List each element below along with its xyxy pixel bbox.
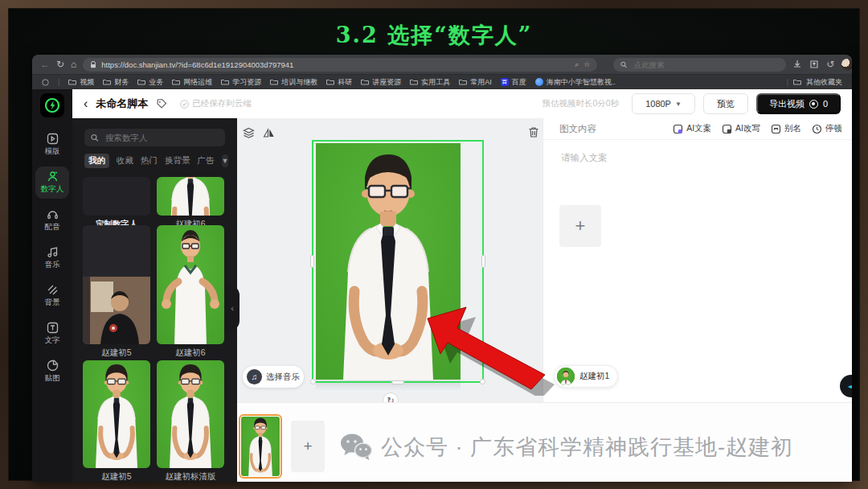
digital-human-thumb[interactable] — [157, 360, 224, 468]
bookmark-item[interactable]: 常用AI — [459, 77, 492, 88]
text-icon — [47, 322, 59, 334]
speaker-chip[interactable]: 赵建初1 — [554, 365, 618, 388]
bookmark-item[interactable]: 培训与继教 — [270, 77, 317, 88]
bookmark-item[interactable]: 视频 — [68, 77, 94, 88]
url-bar[interactable]: https://doc.shanjian.tv/?id=68c6d1e19129… — [83, 58, 597, 72]
browser-controls: ↺ ⋯ — [792, 59, 852, 70]
tab-ads[interactable]: 广告 — [198, 155, 215, 166]
tag-icon[interactable] — [156, 98, 167, 109]
search-icon — [620, 61, 627, 68]
save-status: 已经保存到云端 — [180, 98, 252, 109]
ai-rewrite-button[interactable]: AI改写 — [722, 123, 760, 134]
panel-collapse-handle[interactable]: ‹ — [225, 286, 240, 331]
folder-icon — [172, 79, 180, 85]
apps-icon[interactable] — [42, 79, 49, 86]
search-icon — [91, 134, 99, 142]
digital-human-thumb[interactable] — [83, 360, 150, 468]
folder-icon — [270, 79, 278, 85]
bookmark-item[interactable]: 学习资源 — [221, 77, 261, 88]
tab-mine[interactable]: 我的 — [84, 154, 109, 168]
flip-icon[interactable] — [261, 125, 276, 140]
alias-button[interactable]: 别名 — [771, 123, 801, 134]
digital-human-thumb[interactable] — [157, 225, 224, 344]
home-icon[interactable]: ⌂ — [71, 60, 76, 69]
app-logo[interactable] — [40, 93, 64, 117]
browser-address-bar: ← ↻ ⌂ https://doc.shanjian.tv/?id=68c6d1… — [32, 55, 852, 74]
check-circle-icon — [180, 100, 189, 109]
back-icon[interactable]: ← — [40, 60, 50, 69]
sidebar-item-sticker[interactable]: 贴图 — [35, 355, 69, 388]
bookmark-item[interactable]: 讲座资源 — [361, 77, 401, 88]
profile-avatar[interactable] — [841, 59, 852, 70]
history-icon[interactable]: ↺ — [826, 60, 834, 69]
library-search[interactable] — [84, 129, 225, 146]
bookmark-item[interactable]: 实用工具 — [410, 77, 450, 88]
share-icon[interactable] — [809, 60, 819, 69]
script-text-input[interactable] — [559, 150, 825, 199]
library-item-custom[interactable]: 定制数字人 — [83, 177, 150, 230]
lightning-logo-icon — [45, 98, 59, 113]
bookmark-star-icon[interactable]: ☆ — [583, 60, 590, 68]
digital-human-thumb[interactable] — [157, 177, 224, 216]
tabs-expand-button[interactable]: ▼ — [222, 154, 229, 167]
timeline-scene-selected[interactable] — [239, 414, 282, 479]
library-item[interactable]: 赵建初6 — [157, 177, 224, 230]
ai-copy-button[interactable]: AI文案 — [673, 123, 711, 134]
sidebar-item-music[interactable]: 音乐 — [35, 242, 69, 274]
back-chevron-icon[interactable]: ‹ — [84, 97, 88, 111]
layers-icon[interactable] — [241, 125, 256, 140]
pause-button[interactable]: 停顿 — [812, 123, 842, 134]
editor-canvas[interactable]: ♫ 选择音乐 ↻ — [237, 118, 542, 402]
voiceover-icon — [47, 208, 59, 220]
library-item[interactable]: 赵建初5 — [83, 225, 150, 359]
folder-icon — [103, 79, 111, 85]
resize-handle-right[interactable] — [481, 255, 485, 268]
sidebar-item-voiceover[interactable]: 配音 — [35, 204, 69, 236]
choose-music-button[interactable]: ♫ 选择音乐 — [243, 366, 304, 388]
resize-handle-bottom-left[interactable] — [310, 379, 316, 384]
resize-handle-bottom-right[interactable] — [480, 379, 485, 384]
bookmark-item[interactable]: 业务 — [137, 77, 163, 88]
delete-icon[interactable] — [526, 125, 541, 139]
refresh-icon[interactable]: ↻ — [56, 60, 64, 69]
library-search-input[interactable] — [104, 132, 219, 143]
library-item[interactable]: 赵建初标清版 — [157, 360, 224, 482]
floating-helper-button[interactable]: ◂▸ — [840, 375, 852, 397]
preview-button[interactable]: 预览 — [703, 93, 748, 114]
tab-hot[interactable]: 热门 — [141, 155, 158, 166]
resolution-dropdown[interactable]: 1080P▼ — [632, 93, 695, 114]
digital-human-thumb[interactable] — [83, 225, 150, 344]
bookmark-item[interactable]: 科研 — [326, 77, 352, 88]
sidebar-item-template[interactable]: 模版 — [35, 129, 69, 161]
selection-box[interactable] — [312, 140, 484, 383]
sidebar-item-text[interactable]: 文字 — [35, 318, 69, 350]
library-item[interactable]: 赵建初6 — [157, 225, 224, 359]
add-scene-button[interactable]: + — [559, 205, 601, 247]
add-timeline-scene-button[interactable]: + — [291, 421, 325, 472]
bookmark-item-baidu[interactable]: 百百度 — [501, 77, 526, 88]
resize-handle-left[interactable] — [310, 255, 314, 268]
coin-icon — [809, 100, 818, 109]
export-button[interactable]: 导出视频0 — [756, 93, 841, 114]
resize-handle-bottom[interactable] — [391, 380, 404, 384]
zoom-page-icon[interactable]: ⌕ — [575, 60, 579, 69]
sidebar-item-background[interactable]: 背景 — [35, 280, 69, 312]
tab-change-bg[interactable]: 换背景 — [165, 155, 190, 166]
custom-avatar-thumb[interactable] — [83, 177, 150, 216]
bookmark-item-site[interactable]: 海南中小学智慧教视.. — [535, 77, 616, 88]
script-title: 未命名脚本 — [96, 97, 148, 111]
music-icon — [47, 246, 59, 258]
library-item[interactable]: 赵建初5 — [83, 360, 150, 482]
browser-search[interactable] — [613, 58, 786, 72]
lock-icon — [90, 61, 96, 68]
download-icon[interactable] — [792, 60, 802, 69]
browser-search-input[interactable] — [633, 60, 780, 70]
watermark: 公众号 · 广东省科学精神践行基地-赵建初 — [339, 433, 793, 462]
bookmark-item[interactable]: 财务 — [103, 77, 129, 88]
folder-icon — [326, 79, 334, 85]
other-bookmarks[interactable]: |其他收藏夹 — [787, 77, 842, 88]
sidebar-item-digital-human[interactable]: 数字人 — [35, 166, 69, 199]
tab-favorites[interactable]: 收藏 — [117, 155, 133, 166]
bookmark-item[interactable]: 网络运维 — [172, 77, 212, 88]
folder-icon — [137, 79, 145, 85]
